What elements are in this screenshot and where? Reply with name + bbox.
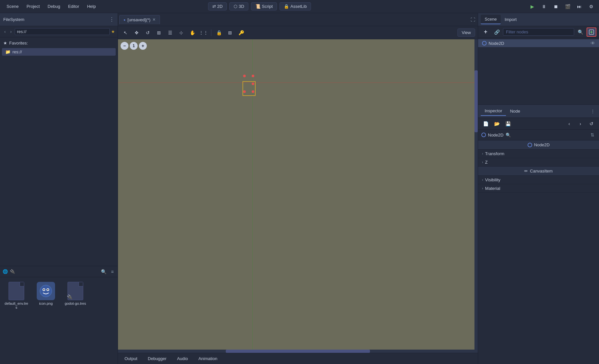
menu-scene[interactable]: Scene — [3, 3, 22, 10]
tab-inspector[interactable]: Inspector — [481, 106, 506, 116]
vertical-scrollbar-thumb[interactable] — [474, 70, 478, 133]
document-icon — [9, 282, 24, 300]
viewport[interactable]: − 1 + — [118, 39, 478, 353]
bottom-tab-debugger[interactable]: Debugger — [143, 354, 172, 363]
menu-debug[interactable]: Debug — [44, 3, 63, 10]
pivot-tool-button[interactable]: ⊹ — [176, 28, 186, 37]
inspector-node-name: Node2D — [488, 133, 504, 137]
editor-tab-label: [unsaved](*) — [127, 17, 150, 22]
node2d-class-icon — [528, 143, 532, 147]
filesystem-favorite-button[interactable]: ★ — [111, 29, 115, 34]
filesystem-path[interactable]: res:// — [15, 28, 110, 35]
handle-top-right[interactable] — [252, 75, 254, 77]
plugin-icon: 🔌 — [10, 269, 15, 274]
inspector-property-z[interactable]: › Z — [478, 158, 599, 167]
grid-tool-button[interactable]: ⊞ — [225, 28, 235, 37]
scale-tool-button[interactable]: ⊞ — [154, 28, 164, 37]
add-scene-instance-button[interactable] — [587, 27, 596, 37]
search-files-button[interactable]: 🔍 — [100, 268, 108, 275]
filesystem-header: FileSystem ⋮ — [0, 13, 118, 26]
selected-node-2d[interactable] — [239, 75, 259, 98]
new-script-button[interactable]: 📄 — [481, 119, 491, 128]
scene-nodes-list: Node2D 👁 — [478, 38, 599, 104]
pan-tool-button[interactable]: ✋ — [187, 28, 197, 37]
key-tool-button[interactable]: 🔑 — [236, 28, 246, 37]
tab-node[interactable]: Node — [506, 107, 524, 116]
editor-tab-unsaved[interactable]: ● [unsaved](*) ✕ — [119, 15, 160, 24]
inspector-menu-button[interactable]: ⋮ — [589, 108, 596, 115]
inspector-property-visibility[interactable]: › Visibility — [478, 176, 599, 184]
node-visibility-icon[interactable]: 👁 — [590, 41, 595, 46]
file-godot-go-icon: 🔌 — [66, 282, 85, 300]
nav-back-button[interactable]: ‹ — [3, 28, 7, 35]
tab-import[interactable]: Import — [501, 15, 521, 24]
stop-button[interactable]: ⏹ — [551, 2, 560, 11]
inspector-property-material[interactable]: › Material — [478, 184, 599, 193]
filesystem-menu-button[interactable]: ⋮ — [109, 16, 114, 23]
lock-tool-button[interactable]: 🔒 — [214, 28, 224, 37]
menu-help[interactable]: Help — [84, 3, 99, 10]
mode-script[interactable]: 📜 Script — [251, 2, 277, 10]
nav-forward-button[interactable]: › — [9, 28, 13, 35]
view-button[interactable]: View — [457, 28, 475, 37]
menu-project[interactable]: Project — [23, 3, 43, 10]
inspector-search-input[interactable] — [506, 133, 587, 137]
mode-buttons: ⇄ 2D ⬡ 3D 📜 Script 🔒 AssetLib — [208, 2, 311, 10]
list-tool-button[interactable]: ☰ — [165, 28, 175, 37]
history-back-button[interactable]: ‹ — [564, 119, 574, 128]
menu-editor[interactable]: Editor — [65, 3, 83, 10]
history-forward-button[interactable]: › — [575, 119, 585, 128]
mode-2d[interactable]: ⇄ 2D — [208, 2, 227, 10]
file-icon-png[interactable]: icon.png — [33, 281, 59, 361]
rotate-tool-button[interactable]: ↺ — [143, 28, 153, 37]
scene-node-node2d[interactable]: Node2D 👁 — [478, 39, 599, 47]
zoom-out-button[interactable]: − — [121, 42, 128, 50]
maximize-viewport-button[interactable]: ⛶ — [469, 16, 476, 24]
handle-top-left[interactable] — [243, 75, 246, 77]
play-button[interactable]: ▶ — [528, 2, 537, 11]
open-script-button[interactable]: 📂 — [492, 119, 502, 128]
menu-bar: Scene Project Debug Editor Help ⇄ 2D ⬡ 3… — [0, 0, 599, 13]
bottom-tab-audio[interactable]: Audio — [172, 354, 193, 363]
mode-3d-label: 3D — [239, 4, 244, 9]
file-godot-go[interactable]: 🔌 godot-go.tres — [62, 281, 88, 361]
tab-scene[interactable]: Scene — [481, 15, 501, 24]
refresh-button[interactable]: ↺ — [587, 119, 596, 128]
save-script-button[interactable]: 💾 — [503, 119, 513, 128]
list-view-button[interactable]: ≡ — [110, 268, 115, 275]
zoom-in-button[interactable]: + — [139, 42, 147, 50]
file-godot-go-name: godot-go.tres — [65, 301, 86, 305]
visibility-label: Visibility — [485, 177, 500, 182]
horizontal-scrollbar-thumb[interactable] — [226, 350, 370, 353]
file-default-env[interactable]: default_env.tres — [3, 281, 29, 361]
vertical-scrollbar[interactable] — [474, 39, 478, 350]
editor-toolbar: ↖ ✥ ↺ ⊞ ☰ ⊹ ✋ ⋮⋮ 🔒 ⊞ 🔑 View — [118, 26, 478, 39]
filesystem-root-folder[interactable]: 📁 res:// — [2, 48, 116, 56]
filter-nodes-input[interactable] — [503, 28, 574, 36]
global-icon: 🌐 — [3, 269, 8, 274]
search-nodes-button[interactable]: 🔍 — [575, 27, 585, 37]
visibility-arrow: › — [482, 178, 483, 182]
settings-button[interactable]: ⚙ — [587, 2, 596, 11]
select-tool-button[interactable]: ↖ — [121, 28, 130, 37]
frame-button[interactable]: ⏭ — [575, 2, 584, 11]
tab-close-button[interactable]: ✕ — [152, 17, 156, 22]
bottom-tab-output[interactable]: Output — [119, 354, 143, 363]
mode-assetlib[interactable]: 🔒 AssetLib — [280, 2, 311, 10]
mode-3d[interactable]: ⬡ 3D — [229, 2, 248, 10]
horizontal-scrollbar[interactable] — [118, 350, 478, 353]
movie-button[interactable]: 🎬 — [563, 2, 572, 11]
filesystem-nav: ‹ › res:// ★ — [0, 26, 118, 37]
bottom-tab-animation[interactable]: Animation — [193, 354, 222, 363]
snap-tool-button[interactable]: ⋮⋮ — [199, 28, 208, 37]
filesystem-tree: ★ Favorites: 📁 res:// — [0, 37, 118, 266]
inspector-property-transform[interactable]: › Transform — [478, 150, 599, 158]
favorites-star-icon: ★ — [3, 41, 7, 46]
link-node-button[interactable]: 🔗 — [492, 27, 502, 37]
pause-button[interactable]: ⏸ — [539, 2, 549, 11]
file-icon-png-name: icon.png — [39, 301, 53, 305]
add-node-button[interactable]: + — [481, 27, 491, 37]
inspector-filter-button[interactable]: ⇅ — [589, 132, 596, 138]
move-tool-button[interactable]: ✥ — [132, 28, 142, 37]
z-label: Z — [485, 160, 488, 165]
